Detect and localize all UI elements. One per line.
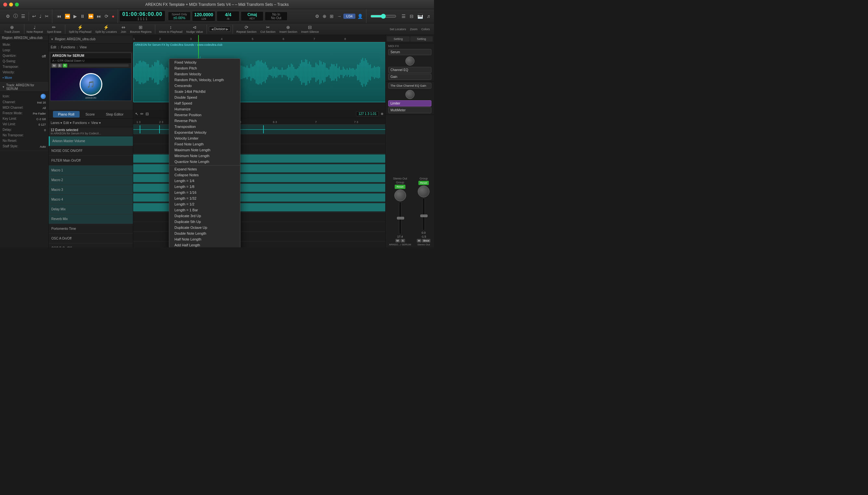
list-button[interactable]: ☰	[20, 13, 27, 19]
arrow-button[interactable]: →	[335, 13, 343, 19]
bpm-display[interactable]: 120.0000 129	[192, 11, 215, 21]
menu-random-pitch[interactable]: Random Pitch	[169, 65, 240, 71]
solo-btn[interactable]: S	[58, 64, 62, 68]
glue-plugin[interactable]: The Glue Channel EQ Gain	[388, 83, 431, 89]
menu-fixed-note-len[interactable]: Fixed Note Length	[169, 141, 240, 147]
channel-eq-plugin[interactable]: Channel EQ	[388, 67, 431, 73]
scissors-button[interactable]: ✂	[44, 13, 50, 19]
midi-button[interactable]: ⊕	[321, 13, 328, 19]
fader-1[interactable]	[399, 202, 402, 234]
nudge-value-button[interactable]: ⊲ Nudge Value	[184, 24, 204, 34]
staff-button[interactable]: ♬	[426, 13, 432, 19]
menu-add-half-len[interactable]: Add Half Length	[169, 242, 240, 248]
menu-random-velocity[interactable]: Random Velocity	[169, 71, 240, 77]
plugin-button[interactable]: ⊞	[328, 13, 335, 19]
menu-len-1-8[interactable]: Length = 1/8	[169, 184, 240, 190]
menu-expand-notes[interactable]: Expand Notes	[169, 166, 240, 172]
pointer-tool[interactable]: ↖	[135, 112, 138, 116]
glue-knob[interactable]	[405, 90, 414, 99]
insert-silence-button[interactable]: ⊟ Insert Silence	[299, 24, 321, 34]
zoom-button[interactable]: Zoom	[408, 27, 419, 32]
window-controls[interactable]	[3, 3, 19, 6]
close-button[interactable]	[3, 3, 7, 6]
repeat-section-button[interactable]: ⟳ Repeat Section	[235, 24, 258, 34]
timesig-display[interactable]: 4/4 /8	[217, 11, 240, 21]
record-button[interactable]: ●	[111, 13, 116, 19]
tab-piano-roll[interactable]: Piano Roll	[53, 111, 80, 118]
menu-quantize-note-len[interactable]: Quantize Note Length	[169, 159, 240, 165]
multimeter-plugin[interactable]: MultiMeter	[388, 107, 431, 113]
snap-toggle[interactable]: ⊕	[381, 112, 383, 116]
mixer-button[interactable]: ⊟	[408, 13, 415, 19]
menu-len-1-16[interactable]: Length = 1/16	[169, 190, 240, 195]
cut-section-button[interactable]: ✂ Cut Section	[259, 24, 277, 34]
mute-ch2[interactable]: M	[417, 239, 422, 242]
menu-half-speed[interactable]: Half Speed	[169, 100, 240, 106]
key-display[interactable]: Cmaj #EY	[241, 11, 263, 21]
menu-min-note-len[interactable]: Minimum Note Length	[169, 153, 240, 159]
rewind-button[interactable]: ⏪	[63, 13, 71, 19]
split-locators-button[interactable]: ⚡ Split by Locators	[94, 24, 118, 34]
move-playhead-button[interactable]: ↕ Move to Playhead	[157, 24, 184, 34]
maximize-button[interactable]	[15, 3, 19, 6]
smart-controls-button[interactable]: U34	[343, 14, 355, 19]
track-icon[interactable]	[40, 94, 46, 99]
menu-half-note-len[interactable]: Half Note Length	[169, 236, 240, 242]
menu-humanize[interactable]: Humanize	[169, 106, 240, 112]
inout-display[interactable]: No In No Out	[265, 12, 288, 21]
pan-knob-2[interactable]	[418, 186, 429, 197]
go-start-button[interactable]: ⏮	[55, 13, 63, 19]
menu-collapse-notes[interactable]: Collapse Notes	[169, 172, 240, 178]
master-button[interactable]: ⚙	[314, 13, 321, 19]
edit-button[interactable]: Edit	[51, 46, 56, 49]
forward-button[interactable]: ⏩	[87, 13, 95, 19]
tab-step-editor[interactable]: Step Editor	[101, 111, 129, 118]
split-playhead-button[interactable]: ⚡ Split by Playhead	[67, 24, 93, 34]
pencil-tool[interactable]: ✏	[140, 112, 144, 116]
menu-transposition[interactable]: Transposition	[169, 124, 240, 130]
undo-button[interactable]: ↩	[31, 13, 37, 19]
menu-dup-octave-up[interactable]: Duplicate Octave Up	[169, 225, 240, 231]
menu-double-note-len[interactable]: Double Note Length	[169, 231, 240, 236]
functions-button[interactable]: Functions	[73, 121, 87, 125]
colors-button[interactable]: Colors	[420, 27, 431, 32]
menu-len-1-4[interactable]: Length = 1/4	[169, 178, 240, 184]
setting-btn-2[interactable]: Setting	[410, 36, 433, 41]
info-button[interactable]: ⓘ	[12, 13, 19, 20]
mute-btn[interactable]: M	[52, 64, 57, 68]
menu-exp-velocity[interactable]: Exponential Velocity	[169, 130, 240, 135]
division-display[interactable]: ◀ Division ▶	[209, 26, 231, 32]
menu-len-1-bar[interactable]: Length = 1 Bar	[169, 207, 240, 213]
eraser-tool[interactable]: ⊟	[146, 112, 149, 116]
menu-random-pitch-vel-len[interactable]: Random Pitch, Velocity, Length	[169, 77, 240, 83]
view-pr-button[interactable]: View ▾	[91, 121, 100, 125]
speed-display[interactable]: Speed Only ±0.00%	[168, 12, 191, 21]
person-button[interactable]: 👤	[356, 13, 364, 19]
pause-button[interactable]: ⏸	[79, 13, 86, 19]
loop-button[interactable]: ⟳	[103, 13, 110, 19]
menu-reverse-position[interactable]: Reverse Position	[169, 112, 240, 118]
pan-knob-1[interactable]	[394, 190, 406, 201]
track-zoom-button[interactable]: ⊕ Track Zoom	[3, 24, 21, 34]
eq-knob[interactable]	[405, 56, 414, 66]
menu-scale-14bit[interactable]: Scale 14bit PitchBd	[169, 89, 240, 95]
note-repeat-button[interactable]: ♩ Note Repeat	[25, 24, 45, 34]
gain-plugin[interactable]: Gain	[388, 74, 431, 80]
piano-button[interactable]: 🎹	[416, 13, 424, 19]
join-button[interactable]: ⇔ Join	[119, 24, 128, 34]
menu-dup-3rd-up[interactable]: Duplicate 3rd Up	[169, 213, 240, 219]
solo-ch1[interactable]: S	[400, 239, 405, 242]
go-end-button[interactable]: ⏭	[96, 13, 103, 19]
bounce-ch2[interactable]: Bnce	[422, 239, 430, 242]
reset-btn-2[interactable]: Reset	[419, 181, 429, 185]
menu-velocity-limiter[interactable]: Velocity Limiter	[169, 135, 240, 141]
minimize-button[interactable]	[9, 3, 13, 6]
menu-reverse-pitch[interactable]: Reverse Pitch	[169, 118, 240, 124]
mute-ch1[interactable]: M	[395, 239, 400, 242]
play-button[interactable]: ▶	[72, 13, 78, 19]
insert-section-button[interactable]: ⊕ Insert Section	[278, 24, 299, 34]
more-label[interactable]: • More	[3, 76, 12, 80]
reset-btn-1[interactable]: Reset	[395, 185, 405, 189]
edit-pr-button[interactable]: Edit ▾	[63, 121, 71, 125]
limiter-plugin[interactable]: Limiter	[388, 100, 431, 106]
